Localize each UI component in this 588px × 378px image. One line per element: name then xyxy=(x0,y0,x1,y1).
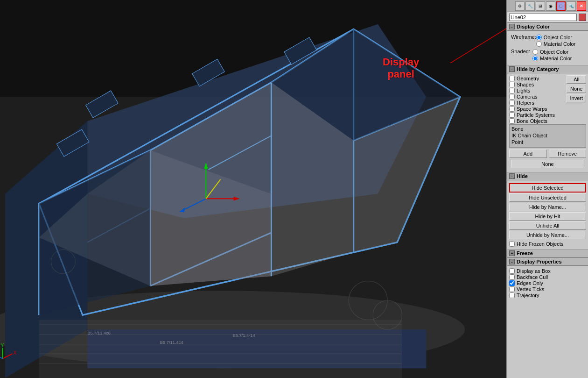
panel-icons: ⚙ 🔧 ⊞ ◉ □ 🔩 ✕ xyxy=(507,0,588,12)
none-button-bottom[interactable]: None xyxy=(511,160,584,168)
viewport-scene: B5.7/11.4c6 B5.7/11.4c4 E5.7/1.4-14 xyxy=(0,0,506,378)
display-icon[interactable]: □ xyxy=(556,1,566,11)
bone-item-ik: IK Chain Object xyxy=(511,132,584,139)
backface-cull-check[interactable]: Backface Cull xyxy=(509,274,586,280)
hide-header[interactable]: - Hide xyxy=(507,172,588,180)
bone-list: Bone IK Chain Object Point xyxy=(509,124,586,148)
hide-category-body: Geometry Shapes Lights Cameras Helpers xyxy=(507,73,588,172)
svg-text:E5.7/1.4-14: E5.7/1.4-14 xyxy=(232,333,255,338)
utilities-icon[interactable]: 🔩 xyxy=(567,1,576,11)
bone-item-bone: Bone xyxy=(511,126,584,132)
unhide-all-row: Unhide All xyxy=(509,221,586,230)
cameras-check[interactable]: Cameras xyxy=(509,94,565,100)
wireframe-options: Object Color Material Color xyxy=(536,34,586,47)
shaded-row: Shaded: Object Color Material Color xyxy=(509,49,586,62)
svg-text:Y: Y xyxy=(1,343,4,348)
lights-check[interactable]: Lights xyxy=(509,88,565,93)
object-name-field xyxy=(507,12,588,22)
wireframe-object-color[interactable]: Object Color xyxy=(536,35,586,40)
hide-by-hit-button[interactable]: Hide by Hit xyxy=(509,212,586,221)
freeze-title: Freeze xyxy=(517,250,533,256)
space-warps-check[interactable]: Space Warps xyxy=(509,106,565,112)
hide-by-name-button[interactable]: Hide by Name... xyxy=(509,203,586,211)
hierarchy-icon[interactable]: ⊞ xyxy=(536,1,545,11)
freeze-header[interactable]: + Freeze xyxy=(507,249,588,257)
wireframe-row: Wireframe: Object Color Material Color xyxy=(509,34,586,47)
trajectory-check[interactable]: Trajectory xyxy=(509,292,586,298)
shapes-check[interactable]: Shapes xyxy=(509,82,565,87)
category-checks: Geometry Shapes Lights Cameras Helpers xyxy=(509,75,565,124)
hide-unselected-button[interactable]: Hide Unselected xyxy=(509,193,586,202)
wireframe-label: Wireframe: xyxy=(509,34,536,40)
hide-body: Hide Selected Hide Unselected Hide by Na… xyxy=(507,180,588,249)
category-grid: Geometry Shapes Lights Cameras Helpers xyxy=(509,75,586,124)
hide-selected-row: Hide Selected xyxy=(509,183,586,193)
display-as-box-check[interactable]: Display as Box xyxy=(509,268,586,274)
bone-objects-check[interactable]: Bone Objects xyxy=(509,118,565,124)
display-color-toggle[interactable]: - xyxy=(509,24,515,29)
particle-systems-check[interactable]: Particle Systems xyxy=(509,112,565,118)
display-color-body: Wireframe: Object Color Material Color S… xyxy=(507,31,588,65)
shaded-object-color[interactable]: Object Color xyxy=(532,49,586,55)
display-color-header[interactable]: - Display Color xyxy=(507,22,588,31)
unhide-by-name-button[interactable]: Unhide by Name... xyxy=(509,231,586,239)
shaded-material-color[interactable]: Material Color xyxy=(532,56,586,61)
hide-frozen-check[interactable]: Hide Frozen Objects xyxy=(509,241,586,247)
hide-by-hit-row: Hide by Hit xyxy=(509,212,586,221)
category-buttons: All None Invert xyxy=(567,75,586,124)
freeze-toggle[interactable]: + xyxy=(509,250,515,256)
svg-rect-31 xyxy=(39,320,402,378)
shaded-options: Object Color Material Color xyxy=(532,49,586,62)
display-properties-header[interactable]: - Display Properties xyxy=(507,257,588,266)
close-icon[interactable]: ✕ xyxy=(577,1,586,11)
viewport[interactable]: B5.7/11.4c6 B5.7/11.4c4 E5.7/1.4-14 xyxy=(0,0,506,378)
invert-button[interactable]: Invert xyxy=(567,94,586,102)
all-button[interactable]: All xyxy=(567,75,586,84)
hide-unselected-row: Hide Unselected xyxy=(509,193,586,202)
geometry-check[interactable]: Geometry xyxy=(509,76,565,81)
display-properties-title: Display Properties xyxy=(517,259,562,264)
hide-toggle[interactable]: - xyxy=(509,173,515,179)
create-icon[interactable]: ⚙ xyxy=(515,1,525,11)
add-button[interactable]: Add xyxy=(509,150,547,158)
helpers-check[interactable]: Helpers xyxy=(509,100,565,106)
display-properties-body: Display as Box Backface Cull Edges Only … xyxy=(507,266,588,300)
modify-icon[interactable]: 🔧 xyxy=(525,1,535,11)
right-panel: ⚙ 🔧 ⊞ ◉ □ 🔩 ✕ - Display Color Wireframe:… xyxy=(506,0,588,378)
shaded-label: Shaded: xyxy=(509,49,532,54)
none-btn-container: None xyxy=(509,158,586,170)
object-color-swatch[interactable] xyxy=(579,14,586,21)
edges-only-check[interactable]: Edges Only xyxy=(509,280,586,286)
hide-category-toggle[interactable]: - xyxy=(509,66,515,72)
display-properties-toggle[interactable]: - xyxy=(509,259,515,264)
remove-button[interactable]: Remove xyxy=(549,150,587,158)
object-name-input[interactable] xyxy=(509,14,577,21)
unhide-by-name-row: Unhide by Name... xyxy=(509,231,586,239)
svg-text:B5.7/11.4c4: B5.7/11.4c4 xyxy=(160,340,183,345)
wireframe-material-color[interactable]: Material Color xyxy=(536,41,586,47)
bone-btn-row: Add Remove xyxy=(509,150,586,158)
display-color-title: Display Color xyxy=(517,24,550,29)
svg-text:B5.7/11.4c6: B5.7/11.4c6 xyxy=(87,331,111,335)
hide-selected-button[interactable]: Hide Selected xyxy=(509,183,586,193)
hide-by-name-row: Hide by Name... xyxy=(509,203,586,211)
main-area: B5.7/11.4c6 B5.7/11.4c4 E5.7/1.4-14 xyxy=(0,0,588,378)
vertex-ticks-check[interactable]: Vertex Ticks xyxy=(509,286,586,292)
unhide-all-button[interactable]: Unhide All xyxy=(509,221,586,230)
hide-category-header[interactable]: - Hide by Category xyxy=(507,65,588,73)
svg-text:X: X xyxy=(14,350,17,356)
bone-item-point: Point xyxy=(511,139,584,145)
hide-title: Hide xyxy=(517,173,528,179)
hide-category-title: Hide by Category xyxy=(517,66,559,72)
motion-icon[interactable]: ◉ xyxy=(546,1,555,11)
none-button-category[interactable]: None xyxy=(567,85,586,93)
